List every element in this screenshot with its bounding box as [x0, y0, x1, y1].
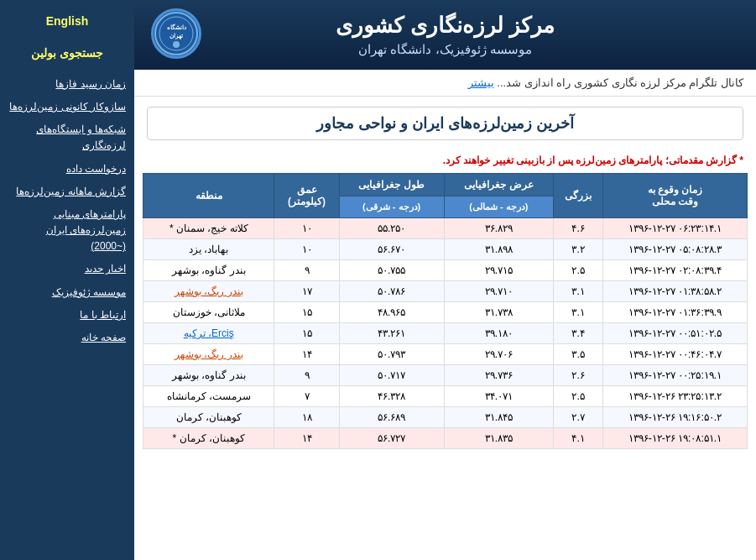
col-depth: عمق (کیلومتر) — [274, 174, 339, 218]
cell-lat: ۳۱.۸۳۵ — [444, 428, 554, 449]
cell-depth: ۹ — [274, 260, 339, 281]
svg-text:دانشگاه: دانشگاه — [167, 24, 186, 31]
cell-magnitude: ۳.۲ — [554, 239, 603, 260]
header: مرکز لرزه‌نگاری کشوری موسسه ژئوفیزیک، دا… — [134, 0, 756, 70]
cell-magnitude: ۲.۵ — [554, 260, 603, 281]
sidebar-link-1[interactable]: زمان رسید فازها — [0, 73, 134, 96]
cell-lon: ۵۰.۷۵۵ — [339, 260, 444, 281]
cell-region: ملاثانی، خوزستان — [143, 302, 274, 323]
cell-lon: ۵۰.۷۱۷ — [339, 365, 444, 386]
cell-region[interactable]: بندر ریگ، بوشهر — [143, 344, 274, 365]
earthquakes-table: زمان وقوع به وقت محلی بزرگی عرض جغرافیای… — [143, 173, 748, 449]
sidebar-link-7[interactable]: اخبار جدید — [0, 258, 134, 280]
cell-lat: ۳۹.۱۸۰ — [444, 323, 554, 344]
cell-lon: ۴۳.۲۶۱ — [339, 323, 444, 344]
cell-time: ۱۳۹۶-۱۲-۲۷ ۰۰:۲۵:۱۹.۱ — [602, 365, 747, 386]
cell-depth: ۱۸ — [274, 407, 339, 428]
cell-time: ۱۳۹۶-۱۲-۲۷ ۰۱:۳۶:۳۹.۹ — [602, 302, 747, 323]
cell-lat: ۳۱.۷۳۸ — [444, 302, 554, 323]
cell-time: ۱۳۹۶-۱۲-۲۷ ۰۲:۰۸:۳۹.۴ — [602, 260, 747, 281]
cell-lat: ۲۹.۷۳۶ — [444, 365, 554, 386]
sidebar-link-3[interactable]: شبکه‌ها و ایستگاه‌های لرزه‌نگاری — [0, 118, 134, 157]
col-lat-sub: (درجه - شمالی) — [444, 196, 554, 218]
cell-magnitude: ۲.۵ — [554, 386, 603, 407]
cell-depth: ۷ — [274, 386, 339, 407]
cell-time: ۱۳۹۶-۱۲-۲۷ ۰۵:۰۸:۲۸.۳ — [602, 239, 747, 260]
cell-region[interactable]: بندر ریگ، بوشهر — [143, 281, 274, 302]
cell-region[interactable]: Erciş، ترکیه — [143, 323, 274, 344]
page-title-bar: آخرین زمین‌لرزه‌های ایران و نواحی مجاور — [134, 97, 756, 150]
col-lon-header: طول جغرافیایی — [339, 174, 444, 196]
notification-bar: کانال تلگرام مرکز لرزه نگاری کشوری راه ا… — [134, 70, 756, 97]
cell-magnitude: ۲.۶ — [554, 365, 603, 386]
page-title: آخرین زمین‌لرزه‌های ایران و نواحی مجاور — [147, 107, 743, 140]
col-lat-header: عرض جغرافیایی — [444, 174, 554, 196]
cell-lon: ۴۶.۳۲۸ — [339, 386, 444, 407]
cell-lat: ۳۴.۰۷۱ — [444, 386, 554, 407]
cell-lon: ۵۶.۶۷۰ — [339, 239, 444, 260]
cell-time: ۱۳۹۶-۱۲-۲۷ ۰۱:۳۸:۵۸.۲ — [602, 281, 747, 302]
sidebar-link-6[interactable]: پارامترهای مبنایی زمین‌لرزه‌های ایران (~… — [0, 203, 134, 259]
cell-depth: ۱۰ — [274, 239, 339, 260]
cell-magnitude: ۳.۱ — [554, 281, 603, 302]
col-lon-sub: (درجه - شرقی) — [339, 196, 444, 218]
col-region: منطقه — [143, 174, 274, 218]
svg-point-4 — [173, 41, 180, 48]
cell-depth: ۱۵ — [274, 323, 339, 344]
cell-depth: ۱۵ — [274, 302, 339, 323]
notification-link[interactable]: بیشتر — [468, 76, 494, 89]
cell-depth: ۱۰ — [274, 218, 339, 239]
cell-region: کوهبنان، کرمان * — [143, 428, 274, 449]
cell-time: ۱۳۹۶-۱۲-۲۷ ۰۰:۴۶:۰۴.۷ — [602, 344, 747, 365]
cell-lon: ۵۶.۶۸۹ — [339, 407, 444, 428]
cell-depth: ۱۴ — [274, 428, 339, 449]
cell-region: سرمست، کرمانشاه — [143, 386, 274, 407]
cell-magnitude: ۲.۷ — [554, 407, 603, 428]
cell-lat: ۲۹.۷۰۶ — [444, 344, 554, 365]
sidebar-english-link[interactable]: English — [0, 8, 134, 34]
sidebar-link-4[interactable]: درخواست داده — [0, 158, 134, 181]
cell-region: کوهبنان، کرمان — [143, 407, 274, 428]
sidebar-link-10[interactable]: صفحه خانه — [0, 327, 134, 349]
sidebar-link-2[interactable]: سازوکار کانونی زمین‌لرزه‌ها — [0, 96, 134, 118]
cell-lat: ۳۶.۸۲۹ — [444, 218, 554, 239]
header-text: مرکز لرزه‌نگاری کشوری موسسه ژئوفیزیک، دا… — [336, 13, 554, 57]
cell-time: ۱۳۹۶-۱۲-۲۷ ۰۶:۲۳:۱۴.۱ — [602, 218, 747, 239]
cell-depth: ۱۷ — [274, 281, 339, 302]
cell-magnitude: ۴.۱ — [554, 428, 603, 449]
cell-time: ۱۳۹۶-۱۲-۲۶ ۱۹:۰۸:۵۱.۱ — [602, 428, 747, 449]
warning-msg: * گزارش مقدماتی؛ پارامترهای زمین‌لرزه پس… — [134, 150, 756, 173]
cell-region: کلاته خیج، سمنان * — [143, 218, 274, 239]
cell-lon: ۵۵.۲۵۰ — [339, 218, 444, 239]
header-subtitle: موسسه ژئوفیزیک، دانشگاه تهران — [336, 42, 554, 57]
cell-magnitude: ۳.۱ — [554, 302, 603, 323]
sidebar: English جستجوی بولینزمان رسید فازهاسازوک… — [0, 0, 134, 560]
earthquakes-table-container: زمان وقوع به وقت محلی بزرگی عرض جغرافیای… — [134, 173, 756, 458]
university-logo: دانشگاه تهران — [151, 8, 201, 59]
cell-lon: ۵۶.۷۲۷ — [339, 428, 444, 449]
cell-magnitude: ۳.۵ — [554, 344, 603, 365]
sidebar-link-5[interactable]: گزارش ماهانه زمین‌لرزه‌ها — [0, 181, 134, 203]
cell-lat: ۳۱.۸۹۸ — [444, 239, 554, 260]
cell-lat: ۳۱.۸۴۵ — [444, 407, 554, 428]
cell-depth: ۱۴ — [274, 344, 339, 365]
sidebar-link-0[interactable]: جستجوی بولین — [0, 40, 134, 65]
cell-lon: ۵۰.۷۹۳ — [339, 344, 444, 365]
cell-lon: ۵۰.۷۸۶ — [339, 281, 444, 302]
cell-region: بندر گناوه، بوشهر — [143, 260, 274, 281]
cell-depth: ۹ — [274, 365, 339, 386]
col-time: زمان وقوع به وقت محلی — [602, 174, 747, 218]
cell-lat: ۲۹.۷۱۵ — [444, 260, 554, 281]
cell-region: بندر گناوه، بوشهر — [143, 365, 274, 386]
cell-time: ۱۳۹۶-۱۲-۲۷ ۰۰:۵۱:۰۲.۵ — [602, 323, 747, 344]
cell-lat: ۲۹.۷۱۰ — [444, 281, 554, 302]
cell-lon: ۴۸.۹۶۵ — [339, 302, 444, 323]
sidebar-link-8[interactable]: موسسه ژئوفیزیک — [0, 281, 134, 304]
cell-region: بهاباد، یزد — [143, 239, 274, 260]
header-title: مرکز لرزه‌نگاری کشوری — [336, 13, 554, 39]
cell-magnitude: ۴.۶ — [554, 218, 603, 239]
cell-magnitude: ۳.۴ — [554, 323, 603, 344]
sidebar-link-9[interactable]: ارتباط با ما — [0, 304, 134, 327]
cell-time: ۱۳۹۶-۱۲-۲۶ ۲۳:۲۵:۱۳.۲ — [602, 386, 747, 407]
svg-text:تهران: تهران — [169, 33, 183, 39]
